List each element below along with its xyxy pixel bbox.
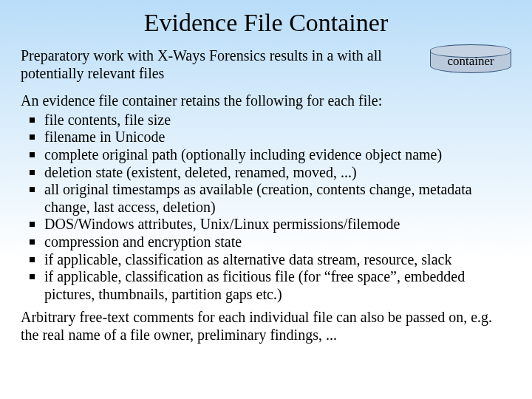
slide-title: Evidence File Container	[21, 9, 511, 37]
intro-row: Preparatory work with X-Ways Forensics r…	[21, 47, 511, 82]
list-item: if applicable, classification as alterna…	[25, 251, 511, 269]
list-item: all original timestamps as available (cr…	[25, 181, 511, 216]
footer-text: Arbitrary free-text comments for each in…	[21, 309, 511, 344]
list-item: if applicable, classification as ficitio…	[25, 268, 511, 303]
intro-text: Preparatory work with X-Ways Forensics r…	[21, 47, 417, 82]
list-item: file contents, file size	[25, 112, 511, 129]
list-item: compression and encryption state	[25, 233, 511, 251]
list-item: complete original path (optionally inclu…	[25, 146, 511, 164]
list-item: filename in Unicode	[25, 129, 511, 146]
cylinder-label: container	[430, 54, 511, 69]
slide: Evidence File Container Preparatory work…	[0, 0, 532, 399]
list-item: DOS/Windows attributes, Unix/Linux permi…	[25, 216, 511, 233]
container-cylinder-icon: container	[430, 44, 511, 77]
properties-list: file contents, file size filename in Uni…	[21, 112, 511, 304]
list-item: deletion state (existent, deleted, renam…	[25, 164, 511, 182]
list-lead: An evidence file container retains the f…	[21, 92, 511, 110]
